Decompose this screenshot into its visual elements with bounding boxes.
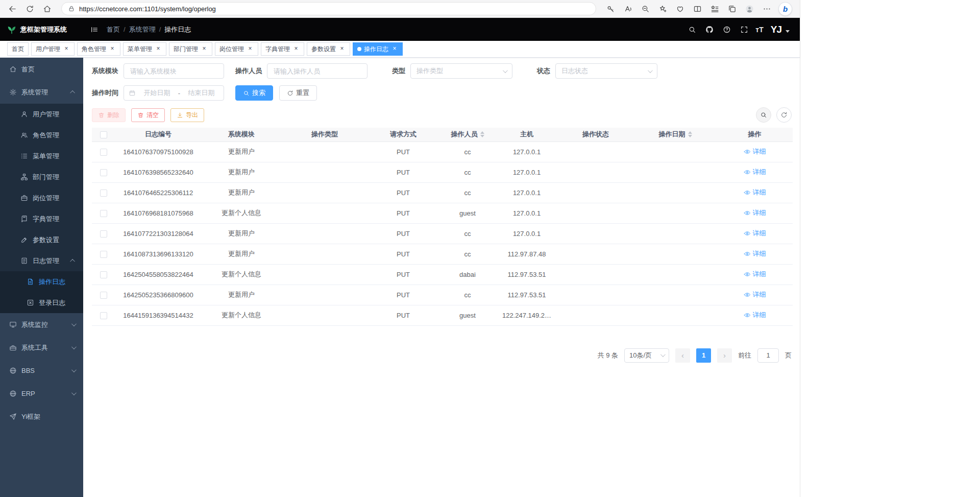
sidebar-item-yi-framework[interactable]: Yi框架: [0, 405, 83, 428]
sort-carets-icon[interactable]: [688, 131, 692, 137]
clear-button[interactable]: 清空: [131, 108, 165, 122]
row-checkbox[interactable]: [100, 230, 107, 238]
select-all-checkbox[interactable]: [100, 131, 107, 138]
column-header-operator[interactable]: 操作人员: [439, 128, 496, 141]
chevron-down-icon[interactable]: [786, 30, 790, 33]
detail-link[interactable]: 详细: [744, 188, 766, 197]
github-button[interactable]: [702, 22, 717, 37]
row-checkbox[interactable]: [100, 149, 107, 156]
module-input[interactable]: [124, 63, 224, 79]
sidebar-item-menu-management[interactable]: 菜单管理: [0, 146, 83, 167]
operator-input[interactable]: [267, 63, 368, 79]
page-size-select[interactable]: 10条/页: [624, 348, 669, 363]
export-button[interactable]: 导出: [170, 108, 204, 122]
sidebar-item-post-management[interactable]: 岗位管理: [0, 187, 83, 208]
tab-post-management[interactable]: 岗位管理×: [215, 42, 258, 56]
refresh-table-button[interactable]: [776, 107, 792, 123]
sidebar-item-bbs[interactable]: BBS: [0, 359, 83, 382]
tab-param-settings[interactable]: 参数设置×: [307, 42, 350, 56]
favorites-button[interactable]: [706, 2, 723, 16]
breadcrumb-item-home[interactable]: 首页: [107, 25, 120, 34]
browser-back-button[interactable]: [4, 2, 20, 16]
sidebar-item-login-log[interactable]: 登录日志: [0, 292, 83, 313]
detail-link[interactable]: 详细: [744, 208, 766, 218]
row-checkbox[interactable]: [100, 292, 107, 299]
row-checkbox[interactable]: [100, 190, 107, 197]
address-bar[interactable]: https://ccnetcore.com:1101/system/log/op…: [61, 2, 596, 15]
copilot-button[interactable]: b: [779, 3, 792, 15]
close-icon[interactable]: ×: [292, 45, 300, 53]
detail-link[interactable]: 详细: [744, 168, 766, 177]
browser-menu-button[interactable]: [758, 2, 775, 16]
detail-link[interactable]: 详细: [744, 290, 766, 299]
tab-dict-management[interactable]: 字典管理×: [261, 42, 304, 56]
browser-home-button[interactable]: [39, 2, 55, 16]
sidebar-item-system-management[interactable]: 系统管理: [0, 81, 83, 104]
row-checkbox[interactable]: [100, 169, 107, 176]
sidebar-item-role-management[interactable]: 角色管理: [0, 125, 83, 146]
sidebar-item-user-management[interactable]: 用户管理: [0, 104, 83, 125]
prev-page-button[interactable]: ‹: [675, 348, 690, 363]
toggle-search-button[interactable]: [756, 107, 771, 123]
help-button[interactable]: [720, 22, 734, 37]
sidebar-item-log-management[interactable]: 日志管理: [0, 250, 83, 271]
tab-dept-management[interactable]: 部门管理×: [169, 42, 212, 56]
browser-refresh-button[interactable]: [21, 2, 38, 16]
sidebar-item-system-monitor[interactable]: 系统监控: [0, 313, 83, 336]
sort-carets-icon[interactable]: [480, 131, 484, 137]
row-checkbox[interactable]: [100, 210, 107, 217]
sidebar-item-erp[interactable]: ERP: [0, 382, 83, 405]
close-icon[interactable]: ×: [247, 45, 254, 53]
sidebar-item-dept-management[interactable]: 部门管理: [0, 167, 83, 187]
close-icon[interactable]: ×: [63, 45, 70, 53]
detail-link[interactable]: 详细: [744, 270, 766, 279]
detail-link[interactable]: 详细: [744, 311, 766, 320]
sidebar-item-oper-log[interactable]: 操作日志: [0, 271, 83, 292]
row-checkbox[interactable]: [100, 251, 107, 258]
read-aloud-button[interactable]: [620, 2, 636, 16]
delete-button[interactable]: 删除: [92, 108, 126, 122]
detail-link[interactable]: 详细: [744, 147, 766, 156]
status-select[interactable]: 日志状态: [555, 63, 657, 79]
browser-essentials-button[interactable]: [672, 2, 688, 16]
split-screen-button[interactable]: [689, 2, 705, 16]
next-page-button[interactable]: ›: [717, 348, 732, 363]
close-icon[interactable]: ×: [201, 45, 208, 53]
row-checkbox[interactable]: [100, 271, 107, 278]
detail-link[interactable]: 详细: [744, 249, 766, 258]
reset-button[interactable]: 重置: [279, 85, 317, 101]
page-jump-input[interactable]: [757, 348, 779, 363]
sidebar-item-dict-management[interactable]: 字典管理: [0, 208, 83, 229]
tab-oper-log[interactable]: 操作日志×: [353, 42, 403, 56]
sidebar-item-param-settings[interactable]: 参数设置: [0, 229, 83, 250]
zoom-button[interactable]: [637, 2, 653, 16]
column-header-date[interactable]: 操作日期: [634, 128, 717, 141]
date-range-picker[interactable]: 开始日期 - 结束日期: [124, 85, 224, 101]
page-number-1[interactable]: 1: [696, 348, 711, 363]
sidebar-item-system-tools[interactable]: 系统工具: [0, 336, 83, 359]
detail-link[interactable]: 详细: [744, 229, 766, 238]
font-size-button[interactable]: тT: [754, 22, 764, 37]
add-favorite-button[interactable]: [654, 2, 671, 16]
close-icon[interactable]: ×: [338, 45, 346, 53]
ellipsis-icon: [763, 5, 771, 13]
user-avatar[interactable]: YJ: [771, 24, 781, 35]
header-search-button[interactable]: [685, 22, 699, 37]
fullscreen-button[interactable]: [737, 22, 751, 37]
close-icon[interactable]: ×: [155, 45, 162, 53]
sidebar-toggle-button[interactable]: [87, 22, 102, 37]
tab-menu-management[interactable]: 菜单管理×: [123, 42, 166, 56]
close-icon[interactable]: ×: [391, 45, 398, 53]
collections-button[interactable]: [724, 2, 740, 16]
breadcrumb-item-system[interactable]: 系统管理: [129, 25, 156, 34]
row-checkbox[interactable]: [100, 312, 107, 319]
sidebar-item-home[interactable]: 首页: [0, 58, 83, 81]
tab-user-management[interactable]: 用户管理×: [31, 42, 75, 56]
password-manager-button[interactable]: [602, 2, 619, 16]
close-icon[interactable]: ×: [109, 45, 116, 53]
profile-button[interactable]: [741, 2, 757, 16]
search-button[interactable]: 搜索: [235, 85, 273, 101]
tab-home[interactable]: 首页: [7, 42, 29, 56]
tab-role-management[interactable]: 角色管理×: [77, 42, 120, 56]
type-select[interactable]: 操作类型: [410, 63, 512, 79]
